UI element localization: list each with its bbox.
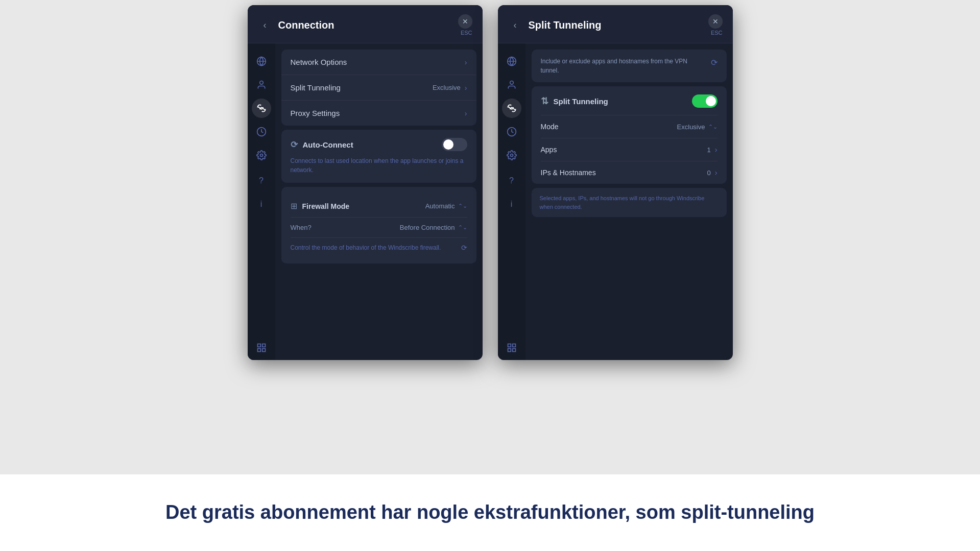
st-sidebar-info-icon[interactable]: i: [502, 195, 521, 214]
st-apps-count: 1: [707, 146, 711, 154]
auto-connect-description: Connects to last used location when the …: [291, 156, 467, 175]
sidebar-connection-icon[interactable]: [252, 99, 271, 118]
st-sidebar-user-icon[interactable]: [502, 75, 521, 94]
svg-point-11: [510, 81, 513, 85]
st-mode-row: Mode Exclusive ⌃⌄: [541, 115, 718, 138]
firewall-mode-icon: ⊞: [291, 201, 297, 211]
svg-rect-5: [257, 344, 260, 347]
st-panel-title: Split Tunneling: [529, 19, 602, 31]
close-button[interactable]: ✕: [458, 14, 472, 29]
st-feature-icon: ⇅: [541, 95, 548, 107]
st-toggle[interactable]: [692, 94, 718, 108]
svg-rect-16: [508, 349, 511, 352]
connection-panel-header: ‹ Connection ✕ ESC: [248, 5, 483, 43]
st-info-text: Include or exclude apps and hostnames fr…: [541, 57, 706, 75]
panel-title: Connection: [278, 19, 334, 31]
sidebar-bottom-icon[interactable]: [252, 338, 271, 357]
svg-rect-8: [262, 349, 265, 352]
st-feature-card: ⇅ Split Tunneling Mode Exclusive ⌃⌄: [532, 86, 727, 184]
split-tunneling-label: Split Tunneling: [291, 83, 341, 92]
st-footer-text: Selected apps, IPs, and hostnames will n…: [540, 194, 719, 211]
split-tunneling-chevron: ›: [465, 84, 467, 92]
svg-rect-14: [508, 344, 511, 347]
sidebar-clock-icon[interactable]: [252, 122, 271, 141]
st-apps-label: Apps: [541, 146, 557, 154]
svg-rect-17: [512, 349, 515, 352]
network-options-chevron: ›: [465, 58, 467, 66]
st-sidebar-globe-icon[interactable]: [502, 52, 521, 71]
proxy-settings-chevron: ›: [465, 109, 467, 117]
sidebar-help-icon[interactable]: ?: [252, 171, 271, 190]
esc-label: ESC: [461, 30, 472, 36]
firewall-when-row: When? Before Connection ⌃⌄: [291, 218, 467, 238]
firewall-mode-row: ⊞ Firewall Mode Automatic ⌃⌄: [291, 195, 467, 218]
svg-point-2: [259, 81, 263, 85]
svg-rect-7: [257, 349, 260, 352]
proxy-settings-item[interactable]: Proxy Settings ›: [281, 101, 476, 126]
subtitle-text: Det gratis abonnement har nogle ekstrafu…: [165, 500, 815, 525]
subtitle-bar: Det gratis abonnement har nogle ekstrafu…: [0, 474, 980, 551]
sidebar-info-icon[interactable]: i: [252, 195, 271, 214]
st-sidebar: ? i: [498, 43, 525, 360]
st-mode-label: Mode: [541, 123, 559, 131]
firewall-mode-card: ⊞ Firewall Mode Automatic ⌃⌄ When? Befor…: [281, 187, 476, 263]
svg-rect-15: [512, 344, 515, 347]
st-footer-note: Selected apps, IPs, and hostnames will n…: [532, 188, 727, 217]
st-ips-chevron: ›: [715, 169, 718, 177]
connection-panel: ‹ Connection ✕ ESC: [248, 5, 483, 360]
sidebar-globe-icon[interactable]: [252, 52, 271, 71]
connection-menu-card: Network Options › Split Tunneling Exclus…: [281, 50, 476, 126]
split-tunneling-item[interactable]: Split Tunneling Exclusive ›: [281, 75, 476, 101]
firewall-mode-label: Firewall Mode: [302, 202, 350, 210]
st-apps-row[interactable]: Apps 1 ›: [541, 138, 718, 161]
st-sidebar-help-icon[interactable]: ?: [502, 171, 521, 190]
auto-connect-label: Auto-Connect: [303, 140, 353, 149]
firewall-info-icon: ⟳: [461, 244, 467, 252]
st-feature-title: Split Tunneling: [554, 97, 608, 106]
st-esc-label: ESC: [711, 30, 723, 36]
st-close-button[interactable]: ✕: [708, 14, 723, 29]
sidebar-settings-icon[interactable]: [252, 146, 271, 165]
split-tunneling-value: Exclusive: [433, 84, 461, 91]
svg-point-13: [510, 154, 513, 157]
st-sidebar-connection-icon[interactable]: [502, 99, 521, 118]
auto-connect-toggle[interactable]: [442, 138, 467, 151]
firewall-when-value: Before Connection: [400, 224, 455, 231]
firewall-description: Control the mode of behavior of the Wind…: [291, 243, 441, 252]
network-options-label: Network Options: [291, 58, 347, 66]
st-mode-arrows: ⌃⌄: [708, 124, 718, 130]
st-ips-row[interactable]: IPs & Hostnames 0 ›: [541, 161, 718, 184]
network-options-item[interactable]: Network Options ›: [281, 50, 476, 75]
firewall-mode-arrows: ⌃⌄: [458, 203, 467, 209]
st-sidebar-settings-icon[interactable]: [502, 146, 521, 165]
auto-connect-icon: ⟳: [291, 139, 298, 150]
connection-content: Network Options › Split Tunneling Exclus…: [275, 43, 483, 360]
proxy-settings-label: Proxy Settings: [291, 109, 340, 117]
sidebar: ? i: [248, 43, 275, 360]
split-tunneling-header: ‹ Split Tunneling ✕ ESC: [498, 5, 733, 43]
st-ips-count: 0: [707, 169, 711, 177]
svg-rect-6: [262, 344, 265, 347]
svg-point-4: [260, 154, 262, 157]
firewall-when-label: When?: [291, 224, 312, 231]
st-info-card: Include or exclude apps and hostnames fr…: [532, 50, 727, 82]
firewall-mode-value: Automatic: [425, 202, 455, 210]
st-sidebar-bottom-icon[interactable]: [502, 338, 521, 357]
back-button[interactable]: ‹: [258, 18, 272, 32]
st-ips-label: IPs & Hostnames: [541, 169, 596, 177]
st-content: Include or exclude apps and hostnames fr…: [525, 43, 733, 360]
firewall-when-arrows: ⌃⌄: [458, 224, 467, 231]
sidebar-user-icon[interactable]: [252, 75, 271, 94]
st-sidebar-clock-icon[interactable]: [502, 122, 521, 141]
auto-connect-card: ⟳ Auto-Connect Connects to last used loc…: [281, 130, 476, 183]
st-refresh-icon: ⟳: [711, 58, 718, 67]
st-apps-chevron: ›: [715, 146, 718, 154]
split-tunneling-panel: ‹ Split Tunneling ✕ ESC: [498, 5, 733, 360]
st-mode-value: Exclusive: [677, 123, 705, 131]
st-back-button[interactable]: ‹: [508, 18, 522, 32]
